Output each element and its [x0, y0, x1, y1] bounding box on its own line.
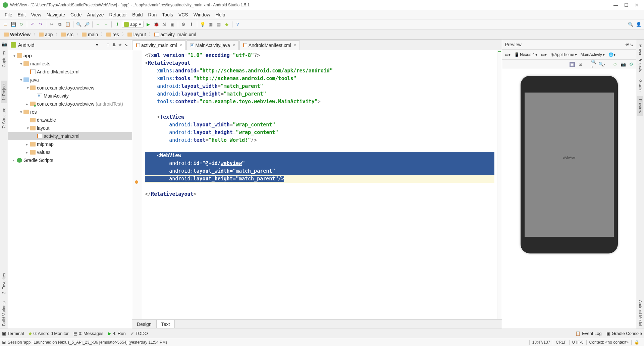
crumb-file[interactable]: activity_main.xml [152, 31, 200, 39]
close-icon[interactable]: × [180, 43, 182, 48]
tab-messages[interactable]: ▤ 0: Messages [73, 331, 104, 336]
menu-vcs[interactable]: VCS [176, 11, 191, 18]
debug-icon[interactable]: 🐞 [153, 21, 160, 28]
tree-manifests[interactable]: ▼manifests [8, 60, 132, 68]
paste-icon[interactable]: 📋 [64, 21, 71, 28]
attach-icon[interactable]: ⇲ [161, 21, 168, 28]
menu-window[interactable]: Window [191, 11, 213, 18]
sync2-icon[interactable]: ▤ [215, 21, 222, 28]
tab-favorites[interactable]: 2: Favorites [1, 270, 7, 297]
make-icon[interactable]: ⬇ [114, 21, 120, 28]
tab-gradle[interactable]: Gradle [637, 77, 643, 94]
monitor-icon[interactable]: 💡 [199, 21, 206, 28]
cut-icon[interactable]: ✂ [48, 21, 55, 28]
structure-icon[interactable]: ▦ [207, 21, 214, 28]
tree-pkg-main[interactable]: ▼com.example.toyo.webview [8, 84, 132, 92]
maximize-button[interactable]: ☐ [624, 2, 629, 8]
hide-icon[interactable]: ↘ [123, 42, 129, 48]
tab-maven[interactable]: Maven Projects [637, 42, 643, 75]
menu-analyze[interactable]: Analyze [85, 11, 107, 18]
scroll-from-source-icon[interactable]: ⊙ [105, 42, 111, 48]
tab-preview[interactable]: Preview [637, 96, 643, 116]
crumb-layout[interactable]: layout [125, 31, 149, 39]
back-icon[interactable]: ← [95, 21, 101, 28]
zoom-actual-icon[interactable]: ⊡ [578, 62, 583, 67]
status-lock-icon[interactable]: 🔒 [631, 340, 642, 345]
project-mode-selector[interactable]: Android [18, 42, 96, 48]
status-line-separator[interactable]: CRLF [553, 340, 569, 345]
copy-icon[interactable]: ⧉ [56, 21, 63, 28]
minimize-button[interactable]: — [613, 2, 618, 8]
menu-help[interactable]: Help [213, 11, 228, 18]
menu-view[interactable]: View [29, 11, 44, 18]
gear-icon[interactable]: ✳ [625, 42, 629, 47]
activity-selector[interactable]: MainActivity▾ [579, 52, 606, 58]
tab-android-model[interactable]: Android Model [637, 297, 643, 329]
module-selector[interactable]: app ▾ [122, 21, 144, 28]
run-icon[interactable]: ▶ [145, 21, 152, 28]
orientation-selector[interactable]: ▭▾ [503, 52, 512, 58]
tree-java[interactable]: ▼java [8, 76, 132, 84]
theme-selector[interactable]: ◎AppTheme▾ [549, 52, 578, 58]
open-icon[interactable]: ▭ [2, 21, 9, 28]
tree-main-activity[interactable]: MainActivity [8, 92, 132, 100]
find-icon[interactable]: 🔍 [75, 21, 82, 28]
tab-manifest[interactable]: AndroidManifest.xml× [239, 40, 300, 50]
help-icon[interactable]: ? [234, 21, 241, 28]
tab-todo[interactable]: ✓ TODO [130, 331, 148, 336]
status-icon[interactable]: ▣ [2, 340, 6, 345]
api-selector[interactable]: ▭▾ [540, 52, 548, 58]
user-icon[interactable]: 👤 [635, 21, 642, 28]
tab-activity-main[interactable]: activity_main.xml× [132, 40, 186, 50]
tab-android-monitor[interactable]: ◆ 6: Android Monitor [29, 331, 69, 336]
tree-layout[interactable]: ▼layout [8, 124, 132, 132]
crumb-main[interactable]: main [80, 31, 101, 39]
settings-icon[interactable]: ✳ [117, 42, 123, 48]
menu-file[interactable]: File [2, 11, 15, 18]
tree-pkg-test[interactable]: ▸com.example.toyo.webview(androidTest) [8, 100, 132, 108]
tree-values[interactable]: ▸values [8, 148, 132, 156]
stop-icon[interactable]: ▣ [169, 21, 176, 28]
tree-gradle-scripts[interactable]: ▸Gradle Scripts [8, 156, 132, 164]
tree-activity-main[interactable]: activity_main.xml [8, 132, 132, 140]
tab-project[interactable]: 1: Project [1, 81, 7, 103]
tab-gradle-console[interactable]: ▣ Gradle Console [606, 331, 642, 336]
tab-design[interactable]: Design [132, 320, 157, 328]
tree-manifest-file[interactable]: AndroidManifest.xml [8, 68, 132, 76]
screenshot-icon[interactable]: 📷 [621, 62, 626, 67]
tab-terminal[interactable]: ▣ Terminal [2, 331, 24, 336]
close-icon[interactable]: × [233, 43, 235, 48]
menu-tools[interactable]: Tools [159, 11, 176, 18]
tab-mainactivity[interactable]: MainActivity.java× [186, 40, 239, 50]
crumb-res[interactable]: res [104, 31, 122, 39]
status-context[interactable]: Context: <no context> [586, 340, 631, 345]
replace-icon[interactable]: 🔎 [84, 21, 90, 28]
tab-run[interactable]: ▶ 4: Run [108, 331, 125, 336]
redo-icon[interactable]: ↷ [37, 21, 44, 28]
menu-navigate[interactable]: Navigate [44, 11, 68, 18]
avd-icon[interactable]: ⚙ [180, 21, 187, 28]
save-icon[interactable]: 💾 [10, 21, 17, 28]
crumb-src[interactable]: src [59, 31, 77, 39]
tree-res[interactable]: ▼res [8, 108, 132, 116]
forward-icon[interactable]: → [103, 21, 109, 28]
tab-captures[interactable]: Captures [1, 48, 7, 70]
menu-refactor[interactable]: Refactor [106, 11, 129, 18]
menu-run[interactable]: Run [146, 11, 160, 18]
collapse-icon[interactable]: ⇊ [111, 42, 117, 48]
zoom-out-icon[interactable]: 🔍- [599, 62, 604, 67]
menu-code[interactable]: Code [68, 11, 84, 18]
close-icon[interactable]: × [294, 43, 296, 48]
zoom-fit-icon[interactable]: ▣ [570, 62, 575, 67]
status-position[interactable]: 18:47/137 [529, 340, 553, 345]
sdk-icon[interactable]: ⬇ [188, 21, 195, 28]
close-button[interactable]: ✕ [635, 2, 639, 8]
sync-icon[interactable]: ⟳ [18, 21, 25, 28]
tab-event-log[interactable]: 📋 Event Log [575, 331, 602, 336]
crumb-app[interactable]: app [37, 31, 56, 39]
status-encoding[interactable]: UTF-8 [569, 340, 586, 345]
menu-build[interactable]: Build [129, 11, 145, 18]
tree-app[interactable]: ▼app [8, 52, 132, 60]
refresh-icon[interactable]: ⟳ [612, 62, 618, 67]
code-editor[interactable]: <?xml version="1.0" encoding="utf-8"?> <… [142, 50, 497, 319]
